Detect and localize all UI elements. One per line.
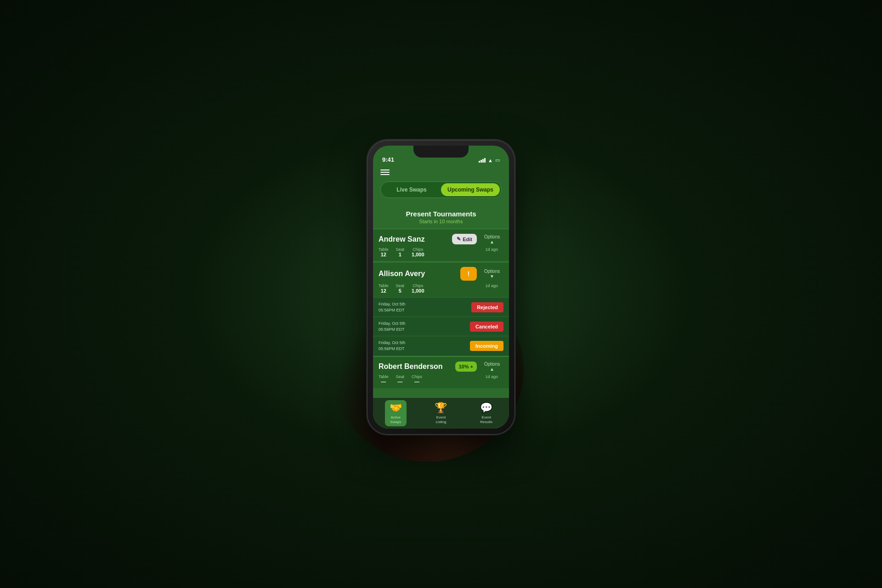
player-card-robert-benderson: Robert Benderson 10% + Options ▲ Table —… [373, 356, 509, 388]
swap-row-allison-avery-2: Friday, Oct 5th05:56PM EDT Incoming [373, 336, 509, 355]
app-content: Live Swaps Upcoming Swaps Present Tourna… [373, 166, 509, 429]
nav-item-event-results[interactable]: 💬 EventResults [475, 400, 497, 426]
stat-table-allison-avery: Table 12 [379, 283, 389, 294]
swap-row-allison-avery-0: Friday, Oct 5th05:56PM EDT Rejected [373, 297, 509, 317]
phone-screen: 9:41 ▲ ▭ [373, 146, 509, 429]
battery-icon: ▭ [495, 157, 500, 163]
time-ago-robert-benderson: 1d ago [430, 374, 503, 384]
player-card-header-andrew-sanz: Andrew Sanz ✎ Edit Options ▲ [373, 229, 509, 246]
stat-seat-andrew-sanz: Seat 1 [396, 247, 405, 257]
event-listing-icon: 🏆 [435, 402, 447, 414]
phone-container: 9:41 ▲ ▭ [368, 140, 514, 434]
section-header: Present Tournaments Starts in 10 months [373, 204, 509, 229]
player-card-header-allison-avery: Allison Avery ! Options ▼ [373, 262, 509, 283]
stat-table-andrew-sanz: Table 12 [379, 247, 389, 257]
player-name-andrew-sanz: Andrew Sanz [379, 235, 448, 243]
active-swaps-label: ActiveSwaps [390, 415, 401, 424]
live-swaps-tab[interactable]: Live Swaps [382, 183, 441, 196]
player-stats-robert-benderson: Table — Seat — Chips — 1d ago [373, 373, 509, 388]
stat-seat-robert-benderson: Seat — [396, 374, 405, 384]
stat-chips-andrew-sanz: Chips 1,000 [412, 247, 424, 257]
edit-icon: ✎ [457, 236, 461, 242]
event-listing-label: EventListing [435, 415, 446, 424]
warning-button-allison-avery[interactable]: ! [460, 267, 477, 281]
edit-button-andrew-sanz[interactable]: ✎ Edit [452, 234, 477, 244]
stat-chips-allison-avery: Chips 1,000 [412, 283, 424, 294]
player-list: Andrew Sanz ✎ Edit Options ▲ Table 12 Se… [373, 229, 509, 388]
status-icons: ▲ ▭ [479, 157, 500, 163]
stat-chips-robert-benderson: Chips — [412, 374, 422, 384]
chevron-icon-andrew-sanz: ▲ [490, 239, 494, 244]
nav-item-active-swaps[interactable]: 🤝 ActiveSwaps [385, 400, 407, 426]
player-card-andrew-sanz: Andrew Sanz ✎ Edit Options ▲ Table 12 Se… [373, 229, 509, 261]
stat-table-robert-benderson: Table — [379, 374, 389, 384]
section-subtitle: Starts in 10 months [380, 219, 502, 224]
swap-row-allison-avery-1: Friday, Oct 5th05:56PM EDT Canceled [373, 317, 509, 336]
bottom-nav: 🤝 ActiveSwaps 🏆 EventListing 💬 EventResu… [373, 397, 509, 429]
status-badge-incoming-2[interactable]: Incoming [470, 341, 503, 351]
options-col-allison-avery[interactable]: Options ▼ [481, 269, 503, 279]
scroll-area: Present Tournaments Starts in 10 months … [373, 204, 509, 429]
player-card-header-robert-benderson: Robert Benderson 10% + Options ▲ [373, 357, 509, 373]
player-name-allison-avery: Allison Avery [379, 270, 457, 278]
stat-seat-allison-avery: Seat 5 [396, 283, 405, 294]
notch [413, 146, 469, 158]
chevron-icon-allison-avery: ▼ [490, 274, 494, 279]
active-swaps-icon: 🤝 [390, 402, 402, 414]
event-results-label: EventResults [480, 415, 492, 424]
swap-date-allison-avery-0: Friday, Oct 5th05:56PM EDT [379, 301, 467, 313]
swap-date-allison-avery-1: Friday, Oct 5th05:56PM EDT [379, 321, 465, 332]
swap-date-allison-avery-2: Friday, Oct 5th05:56PM EDT [379, 340, 465, 351]
chevron-icon-robert-benderson: ▲ [490, 367, 494, 372]
signal-icon [479, 158, 486, 163]
options-label-andrew-sanz: Options [484, 234, 500, 239]
player-name-robert-benderson: Robert Benderson [379, 362, 452, 371]
player-card-allison-avery: Allison Avery ! Options ▼ Table 12 Seat … [373, 262, 509, 356]
phone-shell: 9:41 ▲ ▭ [368, 140, 514, 434]
app-header [373, 166, 509, 180]
percent-button-robert-benderson[interactable]: 10% + [455, 362, 477, 372]
event-results-icon: 💬 [480, 402, 492, 414]
nav-item-event-listing[interactable]: 🏆 EventListing [430, 400, 452, 426]
tab-switcher: Live Swaps Upcoming Swaps [380, 181, 502, 198]
section-title: Present Tournaments [380, 210, 502, 218]
options-label-robert-benderson: Options [484, 362, 500, 367]
options-col-andrew-sanz[interactable]: Options ▲ [481, 234, 503, 244]
wifi-icon: ▲ [488, 158, 493, 163]
player-stats-allison-avery: Table 12 Seat 5 Chips 1,000 1d ago [373, 283, 509, 297]
upcoming-swaps-tab[interactable]: Upcoming Swaps [441, 183, 500, 196]
hamburger-menu-icon[interactable] [380, 170, 502, 175]
status-badge-rejected-0[interactable]: Rejected [471, 302, 503, 312]
options-col-robert-benderson[interactable]: Options ▲ [481, 362, 503, 372]
time-ago-allison-avery: 1d ago [432, 283, 503, 294]
player-stats-andrew-sanz: Table 12 Seat 1 Chips 1,000 1d ago [373, 246, 509, 261]
options-label-allison-avery: Options [484, 269, 500, 274]
time-ago-andrew-sanz: 1d ago [432, 247, 503, 257]
status-badge-canceled-1[interactable]: Canceled [470, 322, 503, 332]
